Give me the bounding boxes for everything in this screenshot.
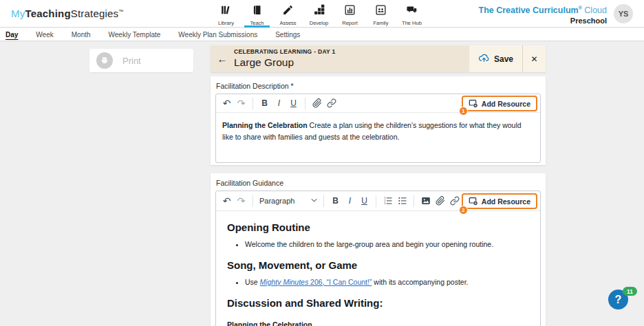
nav-label: Develop [310,20,329,26]
insert-image-button[interactable] [418,194,433,208]
cloud-upload-icon [478,53,490,65]
family-icon [375,4,387,19]
guidance-heading-song-movement-game: Song, Movement, or Game [227,259,529,271]
toolbar-separator [253,98,253,109]
add-resource-icon [469,98,478,109]
logo-teaching: Teaching [25,8,70,19]
nav-label: Library [218,20,234,26]
toolbar-separator [323,195,324,207]
print-label: Print [122,56,141,66]
print-button[interactable]: Print [89,49,193,72]
logo-strategies: Strategies [71,8,119,19]
nav-item-teach[interactable]: Teach [242,0,272,28]
attachment-button[interactable] [310,96,324,111]
guidance-editor: ↶ ↷ Paragraph B I U 123 [215,191,541,326]
user-avatar[interactable]: YS [614,4,633,23]
tab-day[interactable]: Day [6,31,18,39]
guidance-toolbar: ↶ ↷ Paragraph B I U 123 [216,191,540,211]
bold-button[interactable]: B [257,96,272,111]
guidance-bold-paragraph: Planning the Celebration [227,320,529,326]
toolbar-separator [305,98,305,109]
panel-title: Large Group [234,56,469,69]
bar-chart-icon [344,4,356,19]
nav-label: Teach [250,20,264,26]
mighty-minutes-link[interactable]: Mighty Minutes 206, “I Can Count!” [260,278,372,286]
toolbar-separator [414,195,414,207]
guidance-content[interactable]: Opening Routine Welcome the children to … [216,211,540,326]
guidance-bullet-list: Welcome the children to the large-group … [234,239,529,250]
chat-bubbles-icon [406,4,418,19]
close-button[interactable]: ✕ [523,45,546,72]
bullet-list-button[interactable] [395,194,409,208]
nav-label: Family [373,20,388,26]
italic-button[interactable]: I [343,194,357,208]
nav-label: Report [342,20,358,26]
pencil-icon [282,4,294,19]
underline-button[interactable]: U [286,96,301,111]
annotation-badge-1: 1 [459,107,468,116]
description-content[interactable]: Planning the Celebration Create a plan u… [216,113,540,150]
undo-button[interactable]: ↶ [219,96,234,111]
printer-icon [96,52,113,69]
tab-week[interactable]: Week [36,31,53,39]
save-label: Save [494,54,513,64]
bold-button[interactable]: B [328,194,343,208]
annotation-badge-2: 2 [459,206,468,215]
undo-button[interactable]: ↶ [219,194,234,208]
book-icon [251,4,263,19]
svg-text:3: 3 [384,202,386,205]
logo-my: My [11,8,25,19]
save-button[interactable]: Save [469,45,522,72]
facilitation-description-section: Facilitation Description * ↶ ↷ B I U Add… [211,76,546,165]
panel-actions: Save ✕ [469,45,546,72]
activity-panel-header: ← CELEBRATING LEARNING - DAY 1 Large Gro… [211,45,546,72]
app-logo: MyTeachingStrategies™ [11,8,124,19]
italic-button[interactable]: I [272,96,286,111]
add-resource-button-2[interactable]: Add Resource 2 [462,193,537,209]
facilitation-guidance-section: Facilitation Guidance ↶ ↷ Paragraph B I … [211,173,546,326]
description-lead-bold: Planning the Celebration [222,121,308,129]
link-button[interactable] [447,194,462,208]
tab-month[interactable]: Month [72,31,91,39]
primary-nav: Library Teach Assess Develop Report Fami… [211,0,427,28]
guidance-heading-discussion-shared-writing: Discussion and Shared Writing: [227,297,529,309]
nav-item-develop[interactable]: Develop [303,0,334,28]
product-cloud: Cloud [582,6,607,15]
nav-item-assess[interactable]: Assess [272,0,303,28]
nav-item-library[interactable]: Library [211,0,242,28]
facilitation-description-label: Facilitation Description * [211,76,546,94]
redo-button[interactable]: ↷ [234,194,248,208]
logo-trademark: ™ [118,9,123,14]
tab-weekly-plan-submissions[interactable]: Weekly Plan Submissions [178,31,257,39]
chevron-down-icon [311,197,317,205]
paragraph-style-dropdown[interactable]: Paragraph [257,197,319,205]
nav-item-the-hub[interactable]: The Hub [396,0,427,28]
tab-weekly-template[interactable]: Weekly Template [109,31,161,39]
guidance-heading-opening-routine: Opening Routine [227,221,529,233]
nav-label: The Hub [402,20,422,26]
paragraph-style-value: Paragraph [259,197,294,205]
panel-eyebrow: CELEBRATING LEARNING - DAY 1 [234,48,469,55]
link-button[interactable] [324,96,339,111]
add-resource-button-1[interactable]: Add Resource 1 [462,96,537,111]
numbered-list-button[interactable]: 123 [380,194,395,208]
nav-item-family[interactable]: Family [365,0,396,28]
library-icon [220,4,232,19]
underline-button[interactable]: U [357,194,372,208]
product-info: The Creative Curriculum® Cloud Preschool [479,5,608,26]
tab-settings[interactable]: Settings [275,31,300,39]
product-name: The Creative Curriculum® Cloud [479,5,608,16]
blocks-icon [313,4,325,19]
guidance-bullet: Welcome the children to the large-group … [245,239,529,250]
add-resource-label: Add Resource [482,100,530,108]
redo-button[interactable]: ↷ [234,96,248,111]
nav-item-report[interactable]: Report [334,0,365,28]
help-notification-badge: 11 [623,287,637,296]
help-button[interactable]: ? 11 [608,287,640,310]
back-button[interactable]: ← [211,53,234,65]
description-toolbar: ↶ ↷ B I U Add Resource 1 [216,94,540,113]
attachment-button[interactable] [433,194,447,208]
nav-label: Assess [279,20,296,26]
guidance-bullet: Use Mighty Minutes 206, “I Can Count!” w… [245,277,529,288]
app-window: MyTeachingStrategies™ Library Teach Asse… [0,0,644,326]
